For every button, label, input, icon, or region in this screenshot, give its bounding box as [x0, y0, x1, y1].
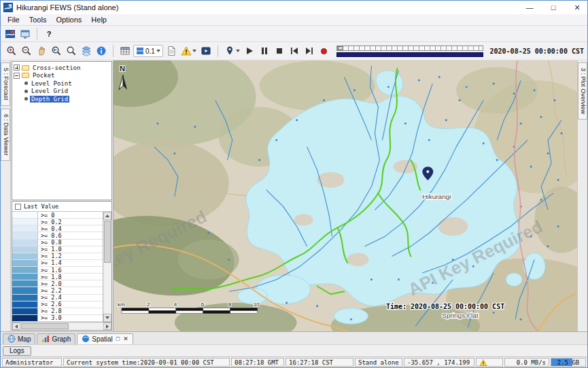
info-button[interactable] [94, 44, 108, 58]
legend-row[interactable]: >= 2.0 [12, 280, 103, 287]
logs-button[interactable]: Logs [3, 346, 31, 356]
scroll-track[interactable] [69, 323, 103, 330]
legend-swatch [12, 232, 38, 238]
leaf-icon [24, 81, 28, 85]
zoom-extent-button[interactable] [65, 44, 78, 58]
grid-display-button[interactable] [118, 44, 132, 58]
legend-row[interactable]: >= 3.0 [12, 315, 103, 322]
chart-icon [41, 335, 50, 343]
scroll-thumb[interactable] [104, 221, 111, 263]
logs-row: Logs [1, 344, 587, 356]
tab-close-button[interactable]: ✕ [123, 335, 128, 342]
legend-row[interactable]: >= 0.4 [12, 225, 103, 232]
layers-button[interactable] [80, 44, 93, 58]
play-icon [244, 45, 255, 56]
scroll-down-button[interactable] [103, 314, 111, 322]
scroll-track[interactable] [103, 263, 111, 314]
scroll-up-button[interactable] [103, 212, 111, 220]
menu-tools[interactable]: Tools [24, 15, 52, 24]
last-value-checkbox[interactable] [15, 204, 21, 210]
spatial-icon [82, 335, 90, 343]
record-button[interactable] [317, 44, 331, 58]
legend-row[interactable]: >= 1.4 [12, 260, 103, 267]
time-slider[interactable] [336, 45, 483, 57]
legend-horizontal-scrollbar[interactable] [12, 322, 111, 330]
locate-tool-button[interactable] [223, 44, 241, 58]
legend-row[interactable]: >= 2.2 [12, 287, 103, 294]
legend-row[interactable]: >= 2.6 [12, 301, 103, 308]
warning-threshold-dropdown[interactable] [179, 44, 198, 58]
menu-file[interactable]: File [3, 15, 24, 24]
sidebar-tab-data-viewer[interactable]: 6 : Data Viewer [1, 109, 10, 161]
north-label: N [120, 65, 125, 73]
tab-maximize-button[interactable]: □ [116, 335, 120, 342]
legend-row[interactable]: >= 2.4 [12, 295, 103, 301]
tree-node-depth-grid[interactable]: Depth Grid [14, 95, 110, 103]
zoom-previous-button[interactable] [50, 44, 63, 58]
status-warning[interactable] [476, 358, 503, 367]
legend-row[interactable]: >= 2.8 [12, 308, 103, 315]
display-window-button[interactable] [18, 27, 32, 41]
app-window: Hikurangi FEWS (Stand alone) — □ ✕ File … [0, 0, 588, 368]
tree-node-pocket[interactable]: Pocket [14, 72, 110, 80]
toolbar-top: ? [1, 26, 587, 42]
step-back-button[interactable] [288, 44, 301, 58]
tab-map[interactable]: Map [3, 333, 35, 344]
legend-row[interactable]: >= 0.2 [12, 219, 103, 225]
legend-row[interactable]: >= 1.2 [12, 253, 103, 260]
collapse-icon[interactable] [14, 73, 20, 79]
legend-vertical-scrollbar[interactable] [103, 212, 111, 322]
scale-tick: 2 [147, 301, 150, 308]
tree-node-cross-section[interactable]: Cross-section [14, 64, 110, 72]
explorer-button[interactable] [3, 27, 17, 41]
tab-spatial[interactable]: Spatial □ ✕ [77, 333, 133, 344]
arrow-right-icon [106, 325, 109, 329]
classify-threshold-select[interactable]: 0.1 [133, 45, 163, 57]
tree-node-level-point[interactable]: Level Point [14, 79, 110, 88]
map-canvas[interactable]: API Key Required API Key Required Hikura… [114, 60, 577, 331]
legend-swatch [12, 315, 38, 321]
zoom-previous-icon [51, 45, 62, 56]
pause-button[interactable] [258, 44, 271, 58]
zoom-out-icon [21, 45, 32, 56]
legend-title: Last Value [24, 203, 58, 210]
scroll-right-button[interactable] [103, 323, 111, 330]
expand-icon[interactable] [14, 65, 20, 71]
maximize-button[interactable]: □ [543, 1, 564, 14]
menu-options[interactable]: Options [51, 15, 86, 24]
scale-tick: 8 [228, 301, 232, 308]
tree-node-level-grid[interactable]: Level Grid [14, 88, 110, 96]
legend-row[interactable]: >= 0.8 [12, 240, 103, 246]
legend-row[interactable]: >= 1.0 [12, 246, 103, 253]
minimize-button[interactable]: — [519, 1, 540, 14]
leaf-icon [24, 90, 28, 93]
report-button[interactable] [165, 44, 178, 58]
map-view[interactable]: API Key Required API Key Required Hikura… [114, 60, 577, 331]
tab-graph[interactable]: Graph [37, 333, 75, 344]
legend-row[interactable]: >= 1.8 [12, 274, 103, 280]
chevron-down-icon [192, 50, 196, 52]
current-time-label: 2020-08-25 00:00:00 CST [490, 48, 584, 55]
status-mode: Stand alone [355, 358, 402, 367]
legend-row[interactable]: >= 1.6 [12, 267, 103, 274]
stop-button[interactable] [273, 44, 286, 58]
play-button[interactable] [243, 44, 256, 58]
pan-button[interactable] [35, 44, 48, 58]
legend-row[interactable]: >= 0.6 [12, 232, 103, 239]
menu-bar: File Tools Options Help [1, 14, 587, 26]
time-slider-rail[interactable] [336, 45, 483, 51]
time-span-bar[interactable] [336, 52, 483, 57]
zoom-in-button[interactable] [5, 44, 18, 58]
help-button[interactable]: ? [42, 27, 56, 41]
time-slider-thumb[interactable] [338, 46, 343, 50]
menu-help[interactable]: Help [86, 15, 111, 24]
sidebar-tab-forecast[interactable]: 5 : Forecast [1, 62, 10, 106]
animation-export-button[interactable] [199, 44, 213, 58]
scroll-thumb[interactable] [21, 323, 69, 329]
scroll-left-button[interactable] [12, 323, 20, 330]
legend-row[interactable]: >= 0 [12, 212, 103, 219]
step-forward-button[interactable] [302, 44, 316, 58]
zoom-out-button[interactable] [20, 44, 33, 58]
sidebar-tab-plot-overview[interactable]: 3 : Plot Overview [578, 62, 587, 119]
close-button[interactable]: ✕ [567, 1, 587, 14]
